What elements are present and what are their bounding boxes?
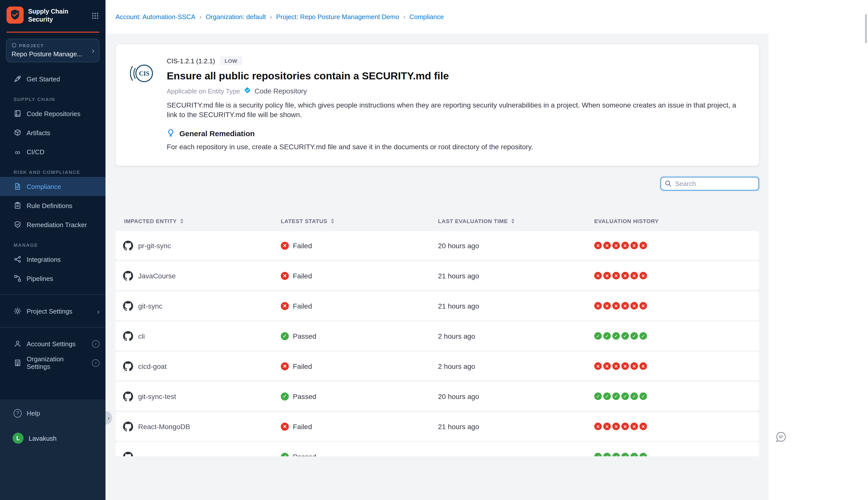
table-row[interactable]: JavaCourse Failed 21 hours ago xyxy=(116,261,759,290)
entity-name[interactable]: git-sync xyxy=(138,302,162,310)
table-row[interactable]: git-sync Failed 21 hours ago xyxy=(116,292,759,320)
chevron-right-icon xyxy=(97,307,100,315)
table-row[interactable]: cli Passed 2 hours ago xyxy=(116,322,759,350)
sidebar-item-code-repositories[interactable]: Code Repositories xyxy=(0,104,105,123)
github-icon xyxy=(123,301,133,311)
entity-name[interactable]: git-sync-test xyxy=(138,392,176,400)
section-label-supply-chain: SUPPLY CHAIN xyxy=(0,96,105,102)
main-area: Account: Automation-SSCA›Organization: d… xyxy=(105,0,868,500)
cis-logo: CIS xyxy=(128,56,156,154)
github-icon xyxy=(123,421,133,431)
history-failed-icon xyxy=(612,272,620,280)
search-box xyxy=(661,177,759,191)
rule-detail-card: CIS CIS-1.2.1 (1.2.1) LOW Ensure all pub… xyxy=(116,44,759,166)
info-icon[interactable] xyxy=(92,340,100,348)
sidebar-item-label: Organization Settings xyxy=(27,355,87,370)
entity-name[interactable]: cicd-goat xyxy=(138,362,167,370)
sidebar-item-integrations[interactable]: Integrations xyxy=(0,250,105,269)
history-failed-icon xyxy=(594,242,602,249)
sort-icon[interactable] xyxy=(180,219,183,224)
breadcrumb-separator-icon: › xyxy=(270,13,272,21)
history-passed-icon xyxy=(630,393,638,400)
history-failed-icon xyxy=(594,423,602,430)
chat-support-icon[interactable] xyxy=(775,431,788,446)
user-name: Lavakush xyxy=(28,434,57,442)
sidebar-item-get-started[interactable]: Get Started xyxy=(0,69,105,89)
sidebar: Supply Chain Security PROJECT Repo Postu… xyxy=(0,0,105,500)
sidebar-item-cicd[interactable]: CI/CD xyxy=(0,142,105,161)
apps-grid-icon[interactable] xyxy=(91,12,99,22)
rocket-icon xyxy=(14,75,22,83)
content-panel: CIS CIS-1.2.1 (1.2.1) LOW Ensure all pub… xyxy=(105,34,768,500)
table-row[interactable]: Passed xyxy=(116,442,759,456)
history-passed-icon xyxy=(621,393,629,400)
sidebar-item-label: Account Settings xyxy=(27,340,76,348)
info-icon[interactable] xyxy=(92,359,100,366)
table-row[interactable]: git-sync-test Passed 20 hours ago xyxy=(116,382,759,411)
history-failed-icon xyxy=(639,272,647,280)
status-icon xyxy=(281,272,289,280)
history-failed-icon xyxy=(594,272,602,280)
status-icon xyxy=(281,453,289,456)
sidebar-item-pipelines[interactable]: Pipelines xyxy=(0,269,105,288)
table-row[interactable]: React-MongoDB Failed 21 hours ago xyxy=(116,412,759,441)
table-row[interactable]: cicd-goat Failed 2 hours ago xyxy=(116,352,759,380)
status-label: Passed xyxy=(293,332,316,340)
sidebar-item-artifacts[interactable]: Artifacts xyxy=(0,123,105,142)
code-repositories-icon xyxy=(14,110,22,117)
evaluation-history xyxy=(594,362,759,370)
user-profile[interactable]: L Lavakush xyxy=(0,428,105,448)
history-failed-icon xyxy=(621,423,629,430)
entity-name[interactable]: cli xyxy=(138,332,145,340)
entity-name[interactable]: JavaCourse xyxy=(138,272,176,280)
table-body-clip: pr-git-sync Failed 20 hours ago JavaCour… xyxy=(116,231,759,456)
history-failed-icon xyxy=(612,362,620,370)
sidebar-item-organization-settings[interactable]: Organization Settings xyxy=(0,353,105,372)
history-passed-icon xyxy=(612,393,620,400)
sidebar-item-compliance[interactable]: Compliance xyxy=(0,177,105,196)
github-icon xyxy=(123,240,133,250)
history-failed-icon xyxy=(630,362,638,370)
history-failed-icon xyxy=(621,242,629,249)
history-passed-icon xyxy=(594,393,602,400)
module-header: Supply Chain Security xyxy=(0,0,105,30)
sidebar-item-rule-definitions[interactable]: Rule Definitions xyxy=(0,196,105,215)
sidebar-item-label: Pipelines xyxy=(27,275,53,282)
sidebar-item-account-settings[interactable]: Account Settings xyxy=(0,334,105,353)
table-row[interactable]: pr-git-sync Failed 20 hours ago xyxy=(116,231,759,260)
sort-icon[interactable] xyxy=(511,219,514,224)
breadcrumb-link[interactable]: Project: Repo Posture Management Demo xyxy=(276,13,399,21)
github-icon xyxy=(123,271,133,281)
evaluation-time: 2 hours ago xyxy=(438,362,594,370)
breadcrumb-link[interactable]: Account: Automation-SSCA xyxy=(116,13,195,21)
breadcrumb-link[interactable]: Organization: default xyxy=(206,13,266,21)
history-passed-icon xyxy=(603,453,611,456)
sidebar-item-remediation-tracker[interactable]: Remediation Tracker xyxy=(0,215,105,234)
sidebar-item-project-settings[interactable]: Project Settings xyxy=(0,302,105,321)
pipelines-icon xyxy=(14,274,22,282)
supply-chain-security-logo-icon xyxy=(7,7,24,26)
sidebar-item-help[interactable]: Help xyxy=(0,404,105,423)
breadcrumb-separator-icon: › xyxy=(199,13,202,21)
sort-icon[interactable] xyxy=(331,219,334,224)
compliance-document-icon xyxy=(14,182,22,191)
history-failed-icon xyxy=(603,423,611,430)
app-title: Supply Chain Security xyxy=(28,7,68,24)
scrollbar-thumb[interactable] xyxy=(865,14,867,43)
history-failed-icon xyxy=(639,302,647,309)
entity-name[interactable]: React-MongoDB xyxy=(138,422,190,430)
entity-name[interactable]: pr-git-sync xyxy=(138,241,171,250)
evaluation-time: 21 hours ago xyxy=(438,422,594,430)
status-label: Failed xyxy=(293,272,312,280)
search-input[interactable] xyxy=(661,177,759,191)
gear-icon xyxy=(14,307,22,315)
evaluation-time: 21 hours ago xyxy=(438,272,594,280)
history-passed-icon xyxy=(594,332,602,340)
entity-type: Code Repository xyxy=(255,87,307,95)
history-passed-icon xyxy=(621,332,629,340)
project-selector[interactable]: PROJECT Repo Posture Manage... xyxy=(6,39,100,62)
artifacts-cube-icon xyxy=(14,129,22,137)
section-label-risk-and-compliance: RISK AND COMPLIANCE xyxy=(0,169,105,175)
breadcrumb-link[interactable]: Compliance xyxy=(409,13,444,21)
sidebar-item-label: Rule Definitions xyxy=(27,202,72,209)
